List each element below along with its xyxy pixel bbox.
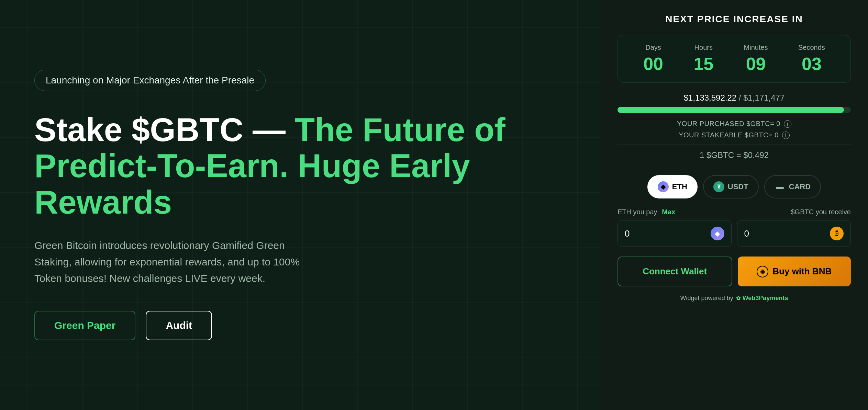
web3payments-text: Web3Payments [743, 295, 788, 302]
max-button[interactable]: Max [662, 208, 675, 216]
headline-part1: Stake $GBTC — [34, 111, 295, 148]
tab-eth-label: ETH [672, 182, 687, 191]
hours-value: 15 [693, 54, 713, 74]
seconds-label: Seconds [798, 44, 825, 52]
cta-buttons: Green Paper Audit [34, 311, 566, 340]
tab-eth[interactable]: ◆ ETH [647, 175, 698, 198]
eth-input-wrapper: ◆ [617, 220, 732, 247]
left-panel: Launching on Major Exchanges After the P… [0, 0, 600, 410]
eth-pay-label: ETH you pay Max [617, 208, 675, 216]
purchased-label: YOUR PURCHASED $GBTC= 0 [677, 120, 780, 128]
seconds-value: 03 [802, 54, 822, 74]
minutes-counter: Minutes 09 [744, 44, 768, 74]
payment-tabs: ◆ ETH ₮ USDT ▬ CARD [617, 175, 851, 198]
progress-amounts: $1,133,592.22 / $1,171,477 [617, 93, 851, 103]
minutes-value: 09 [746, 54, 766, 74]
web3payments-logo: ✿ Web3Payments [736, 295, 788, 302]
footer-text: Widget powered by [680, 295, 733, 302]
input-labels: ETH you pay Max $GBTC you receive [617, 208, 851, 216]
divider [617, 145, 851, 145]
gbtc-coin-icon: ₿ [830, 227, 844, 240]
progress-current: $1,133,592.22 [684, 93, 736, 102]
tab-card-label: CARD [789, 182, 811, 191]
main-headline: Stake $GBTC — The Future of Predict-To-E… [34, 112, 566, 220]
countdown-timer: Days 00 Hours 15 Minutes 09 Seconds 03 [617, 35, 851, 83]
stakeable-label: YOUR STAKEABLE $GBTC= 0 [679, 131, 779, 139]
connect-wallet-button[interactable]: Connect Wallet [617, 257, 732, 286]
inputs-row: ◆ ₿ [617, 220, 851, 247]
bnb-icon: ◈ [757, 266, 768, 277]
presale-badge: Launching on Major Exchanges After the P… [34, 70, 266, 91]
tab-usdt-label: USDT [728, 182, 748, 191]
days-counter: Days 00 [643, 44, 663, 74]
seconds-counter: Seconds 03 [798, 44, 825, 74]
widget-title: NEXT PRICE INCREASE IN [617, 14, 851, 25]
stakeable-info-icon[interactable]: i [782, 132, 790, 139]
purchased-info-icon[interactable]: i [784, 120, 791, 128]
hours-label: Hours [694, 44, 713, 52]
description-text: Green Bitcoin introduces revolutionary G… [34, 237, 309, 287]
badge-text: Launching on Major Exchanges After the P… [46, 75, 254, 86]
gbtc-input[interactable] [744, 228, 824, 239]
action-buttons: Connect Wallet ◈ Buy with BNB [617, 257, 851, 286]
leaf-icon: ✿ [736, 295, 741, 301]
gbtc-receive-label: $GBTC you receive [791, 208, 851, 216]
token-price: 1 $GBTC = $0.492 [617, 150, 851, 160]
progress-section: $1,133,592.22 / $1,171,477 YOUR PURCHASE… [617, 93, 851, 168]
card-icon: ▬ [775, 181, 786, 192]
days-value: 00 [643, 54, 663, 74]
widget-panel: NEXT PRICE INCREASE IN Days 00 Hours 15 … [600, 0, 868, 410]
progress-separator: / [739, 93, 743, 102]
buy-bnb-label: Buy with BNB [772, 266, 832, 277]
tab-card[interactable]: ▬ CARD [764, 175, 821, 198]
green-paper-button[interactable]: Green Paper [34, 311, 135, 340]
hours-counter: Hours 15 [693, 44, 713, 74]
gbtc-input-wrapper: ₿ [737, 220, 851, 247]
eth-coin-icon: ◆ [711, 227, 724, 240]
stakeable-row: YOUR STAKEABLE $GBTC= 0 i [617, 131, 851, 139]
widget-footer: Widget powered by ✿ Web3Payments [617, 295, 851, 302]
purchased-info: YOUR PURCHASED $GBTC= 0 i YOUR STAKEABLE… [617, 120, 851, 139]
input-section: ETH you pay Max $GBTC you receive ◆ ₿ [617, 208, 851, 247]
eth-icon: ◆ [658, 181, 669, 192]
eth-input[interactable] [625, 228, 704, 239]
buy-bnb-button[interactable]: ◈ Buy with BNB [738, 257, 851, 286]
progress-total: $1,171,477 [743, 93, 784, 102]
progress-bar-background [617, 107, 851, 113]
minutes-label: Minutes [744, 44, 768, 52]
tab-usdt[interactable]: ₮ USDT [703, 175, 759, 198]
progress-bar-fill [617, 107, 844, 113]
purchased-row: YOUR PURCHASED $GBTC= 0 i [617, 120, 851, 128]
days-label: Days [645, 44, 661, 52]
usdt-icon: ₮ [713, 181, 724, 192]
audit-button[interactable]: Audit [146, 311, 212, 340]
